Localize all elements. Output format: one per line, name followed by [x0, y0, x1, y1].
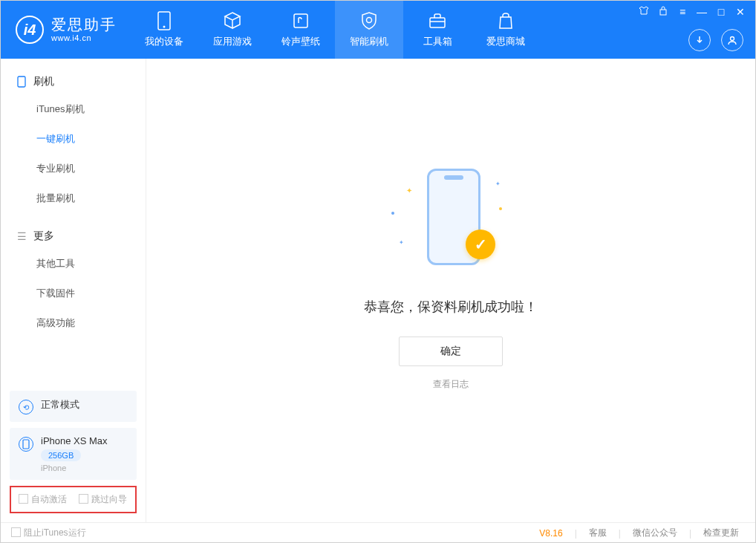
nav-store[interactable]: 爱思商城	[472, 1, 540, 59]
svg-rect-5	[660, 10, 666, 15]
close-icon[interactable]: ✕	[734, 6, 746, 18]
maximize-icon[interactable]: □	[715, 6, 727, 18]
toolbox-icon	[428, 11, 447, 30]
sidebar-section-flash: 刷机	[1, 69, 146, 94]
sidebar-item-pro[interactable]: 专业刷机	[1, 154, 146, 183]
svg-rect-7	[18, 77, 25, 87]
sidebar-item-other[interactable]: 其他工具	[1, 249, 146, 279]
phone-icon	[154, 11, 174, 30]
device-card[interactable]: iPhone XS Max 256GB iPhone	[10, 428, 137, 480]
user-icon[interactable]	[721, 29, 743, 51]
storage-badge: 256GB	[41, 449, 81, 461]
shirt-icon[interactable]	[638, 5, 650, 18]
sidebar-section-label: 更多	[33, 230, 54, 243]
logo-title: 爱思助手	[51, 16, 117, 33]
nav-label: 应用游戏	[213, 35, 252, 48]
check-update-link[interactable]: 检查更新	[697, 527, 745, 539]
skip-guide-checkbox[interactable]: 跳过向导	[79, 493, 127, 506]
sidebar-section-label: 刷机	[33, 75, 54, 88]
wechat-link[interactable]: 微信公众号	[627, 527, 683, 539]
nav-label: 工具箱	[423, 35, 452, 48]
svg-rect-8	[23, 440, 29, 449]
nav-toolbox[interactable]: 工具箱	[403, 1, 472, 59]
options-highlight-box: 自动激活 跳过向导	[10, 486, 137, 513]
success-illustration: ✓ ✦✦✦	[384, 161, 518, 280]
svg-rect-4	[430, 18, 445, 27]
sidebar-item-itunes[interactable]: iTunes刷机	[1, 94, 146, 124]
wallpaper-icon	[291, 11, 310, 30]
phone-small-icon	[16, 76, 27, 88]
svg-point-3	[367, 18, 372, 23]
nav-ringtone[interactable]: 铃声壁纸	[267, 1, 335, 59]
nav-label: 智能刷机	[350, 35, 388, 48]
device-icon	[19, 437, 33, 452]
mode-card[interactable]: ⟲ 正常模式	[10, 391, 137, 422]
nav-device[interactable]: 我的设备	[130, 1, 198, 59]
nav-flash[interactable]: 智能刷机	[335, 1, 403, 59]
device-type: iPhone	[41, 464, 108, 472]
sidebar-item-firmware[interactable]: 下载固件	[1, 279, 146, 308]
sidebar-item-oneclick[interactable]: 一键刷机	[1, 124, 146, 154]
auto-activate-checkbox[interactable]: 自动激活	[19, 493, 67, 506]
bag-icon	[496, 11, 515, 30]
nav-label: 铃声壁纸	[281, 35, 320, 48]
shield-icon	[359, 11, 379, 30]
success-message: 恭喜您，保资料刷机成功啦！	[364, 298, 538, 316]
ok-button[interactable]: 确定	[399, 336, 503, 366]
cube-icon	[223, 11, 242, 30]
download-icon[interactable]	[688, 29, 711, 51]
nav-apps[interactable]: 应用游戏	[198, 1, 267, 59]
logo-icon: i4	[16, 16, 44, 44]
svg-point-1	[163, 26, 166, 28]
mode-label: 正常模式	[41, 398, 79, 412]
check-icon: ✓	[466, 230, 495, 259]
mode-icon: ⟲	[19, 400, 33, 414]
sidebar-section-more: ☰ 更多	[1, 224, 146, 249]
nav-label: 我的设备	[145, 35, 183, 48]
logo: i4 爱思助手 www.i4.cn	[1, 1, 130, 59]
minimize-icon[interactable]: —	[696, 6, 708, 18]
device-name: iPhone XS Max	[41, 435, 108, 446]
version-label: V8.16	[539, 528, 562, 539]
sidebar-item-advanced[interactable]: 高级功能	[1, 308, 146, 338]
nav-label: 爱思商城	[486, 35, 525, 48]
svg-point-6	[731, 37, 734, 41]
support-link[interactable]: 客服	[583, 527, 613, 539]
block-itunes-checkbox[interactable]: 阻止iTunes运行	[11, 527, 86, 539]
view-log-link[interactable]: 查看日志	[433, 378, 469, 391]
logo-subtitle: www.i4.cn	[51, 33, 117, 43]
sidebar-item-batch[interactable]: 批量刷机	[1, 183, 146, 213]
menu-icon[interactable]: ≡	[677, 6, 688, 18]
lock-icon[interactable]	[657, 5, 669, 18]
svg-rect-2	[294, 14, 307, 27]
list-icon: ☰	[16, 230, 27, 242]
